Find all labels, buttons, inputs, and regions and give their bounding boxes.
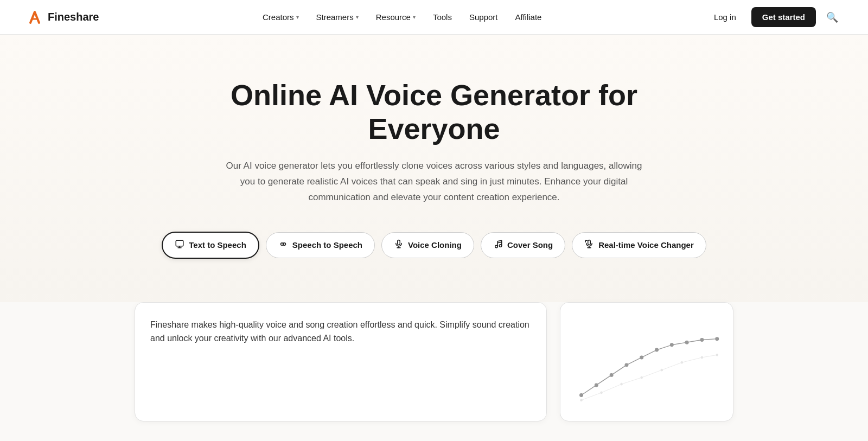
get-started-button[interactable]: Get started — [751, 7, 816, 27]
nav-actions: Log in Get started 🔍 — [705, 7, 842, 27]
streamers-chevron-icon: ▾ — [356, 14, 359, 20]
vc-label: Voice Cloning — [408, 240, 462, 250]
svg-line-32 — [702, 338, 717, 340]
svg-line-30 — [672, 342, 687, 345]
search-button[interactable]: 🔍 — [822, 8, 842, 27]
nav-resource[interactable]: Resource ▾ — [368, 8, 423, 26]
search-icon: 🔍 — [826, 11, 838, 23]
fineshare-logo-icon — [26, 9, 43, 26]
content-area: Fineshare makes high-quality voice and s… — [108, 302, 760, 441]
nav-support[interactable]: Support — [462, 8, 506, 26]
svg-line-26 — [611, 365, 627, 375]
svg-rect-5 — [398, 240, 400, 245]
nav-tools[interactable]: Tools — [425, 8, 459, 26]
svg-rect-0 — [176, 240, 183, 246]
tab-cover-song[interactable]: Cover Song — [481, 232, 565, 258]
sts-icon — [278, 239, 288, 251]
nav-links: Creators ▾ Streamers ▾ Resource ▾ Tools … — [255, 8, 549, 26]
svg-line-29 — [657, 344, 672, 349]
svg-line-42 — [602, 384, 622, 393]
rvc-icon — [584, 239, 594, 251]
visualization-panel — [560, 302, 733, 421]
svg-line-10 — [497, 242, 502, 243]
brand-logo[interactable]: Fineshare — [26, 9, 99, 26]
nav-affiliate[interactable]: Affiliate — [507, 8, 549, 26]
rvc-label: Real-time Voice Changer — [598, 240, 694, 250]
svg-line-46 — [682, 357, 702, 362]
navbar: Fineshare Creators ▾ Streamers ▾ Resourc… — [0, 0, 868, 35]
resource-chevron-icon: ▾ — [413, 14, 416, 20]
tab-text-to-speech[interactable]: Text to Speech — [162, 232, 259, 259]
nav-creators[interactable]: Creators ▾ — [255, 8, 307, 26]
tts-icon — [175, 239, 184, 251]
cs-icon — [493, 239, 503, 251]
creators-chevron-icon: ▾ — [296, 14, 299, 20]
svg-line-41 — [582, 392, 602, 400]
nav-streamers[interactable]: Streamers ▾ — [309, 8, 366, 26]
svg-line-47 — [702, 355, 717, 357]
hero-subtitle: Our AI voice generator lets you effortle… — [222, 158, 646, 206]
vc-icon — [394, 239, 404, 251]
svg-line-24 — [582, 385, 597, 395]
tab-voice-cloning[interactable]: Voice Cloning — [381, 232, 474, 258]
tab-realtime-voice-changer[interactable]: Real-time Voice Changer — [572, 232, 706, 258]
svg-line-45 — [662, 362, 682, 370]
brand-name: Fineshare — [48, 11, 99, 23]
sts-label: Speech to Speech — [292, 240, 362, 250]
hero-section: Online AI Voice Generator for Everyone O… — [0, 35, 868, 302]
tts-label: Text to Speech — [189, 240, 246, 250]
svg-line-44 — [642, 370, 662, 378]
svg-line-28 — [642, 350, 657, 357]
svg-line-25 — [596, 375, 611, 385]
svg-line-31 — [687, 340, 702, 342]
svg-line-43 — [622, 378, 642, 384]
hero-title: Online AI Voice Generator for Everyone — [217, 78, 651, 145]
text-content: Fineshare makes high-quality voice and s… — [150, 320, 529, 343]
waveform-svg — [571, 330, 722, 410]
cs-label: Cover Song — [507, 240, 553, 250]
svg-line-27 — [627, 357, 642, 365]
tabs-row: Text to Speech Speech to Speech — [162, 232, 706, 259]
svg-rect-11 — [588, 240, 591, 245]
text-input-panel[interactable]: Fineshare makes high-quality voice and s… — [135, 302, 547, 421]
login-button[interactable]: Log in — [705, 8, 745, 26]
wave-visualization — [560, 303, 733, 421]
tab-speech-to-speech[interactable]: Speech to Speech — [266, 232, 375, 258]
